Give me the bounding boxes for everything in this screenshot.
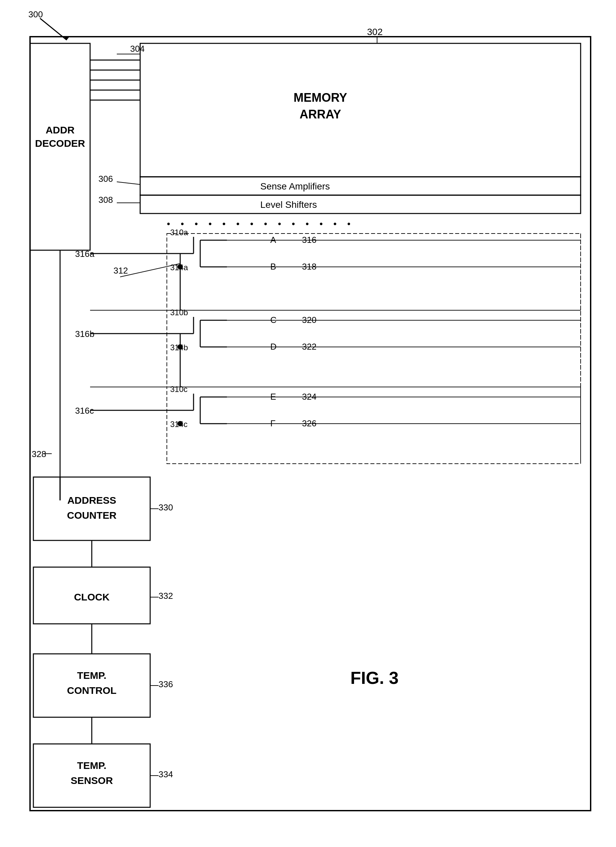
temp-control-label2: CONTROL: [67, 685, 117, 696]
address-counter-label2: COUNTER: [67, 510, 117, 521]
svg-rect-16: [167, 233, 581, 310]
temp-sensor-label2: SENSOR: [71, 775, 113, 786]
temp-sensor-label: TEMP.: [77, 760, 106, 771]
figure-label: FIG. 3: [350, 668, 399, 688]
ref-306: 306: [99, 174, 113, 184]
ref-300: 300: [28, 9, 43, 19]
ref-302: 302: [367, 27, 383, 37]
svg-rect-43: [167, 387, 581, 464]
ref-330: 330: [158, 502, 173, 512]
temp-control-label: TEMP.: [77, 670, 106, 681]
memory-array-label2: ARRAY: [300, 108, 341, 121]
sense-amplifiers-label: Sense Amplifiers: [260, 181, 330, 192]
addr-decoder-label: ADDR: [46, 124, 75, 136]
addr-decoder-label2: DECODER: [35, 138, 85, 149]
svg-point-29: [177, 264, 183, 270]
svg-rect-57: [33, 477, 150, 540]
svg-point-54: [177, 421, 183, 426]
svg-rect-14: [140, 195, 581, 214]
ref-304: 304: [130, 44, 145, 54]
ref-334: 334: [158, 769, 173, 779]
dots-row: • • • • • • • • • • • • • •: [167, 218, 355, 229]
clock-label: CLOCK: [74, 592, 110, 602]
ref-310c: 310c: [170, 385, 188, 394]
ref-310b: 310b: [170, 308, 188, 317]
svg-line-13: [117, 182, 140, 184]
svg-rect-12: [140, 177, 581, 195]
level-shifters-label: Level Shifters: [260, 199, 317, 210]
svg-rect-3: [140, 43, 581, 177]
ref-312: 312: [114, 266, 128, 276]
ref-310a: 310a: [170, 228, 188, 237]
ref-308: 308: [99, 195, 113, 205]
svg-rect-30: [167, 310, 581, 387]
ref-332: 332: [158, 591, 173, 601]
address-counter-label: ADDRESS: [67, 495, 117, 506]
ref-336: 336: [158, 679, 173, 689]
memory-array-label: MEMORY: [294, 91, 347, 105]
diagram-container: 300 MEMORY ARRAY 302 304 ADDR DECODER Se…: [0, 0, 616, 847]
